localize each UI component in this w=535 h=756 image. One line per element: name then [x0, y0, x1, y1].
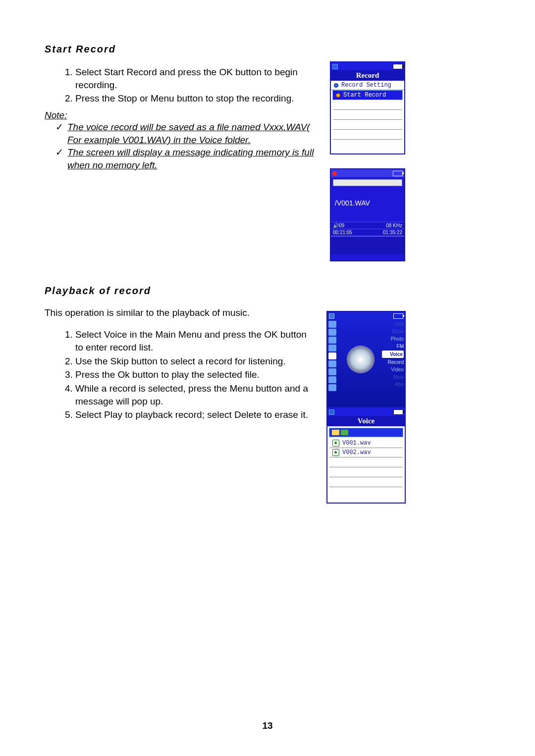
bottom-block — [331, 236, 404, 254]
back-icon — [341, 430, 348, 435]
menu-icon — [328, 345, 336, 352]
progress-bar — [333, 179, 402, 186]
record-title: Record — [331, 70, 404, 81]
figure-record-menu: Record Record Setting Start Record — [330, 61, 405, 154]
menu-label: FM — [382, 343, 404, 350]
blank-row — [333, 100, 402, 110]
stop-icon — [332, 64, 338, 69]
recording-filename: /V001.WAV — [331, 188, 404, 222]
bullet-icon — [336, 93, 340, 98]
browse-row — [329, 428, 403, 437]
blank-row — [333, 130, 402, 140]
pstep-2: Use the Skip button to select a record f… — [75, 355, 315, 368]
pstep-5: Select Play to playback record; select D… — [75, 408, 315, 421]
menu-label: Sett — [382, 320, 404, 328]
battery-icon — [393, 64, 403, 69]
playback-steps: Select Voice in the Main Menu and press … — [45, 328, 315, 421]
blank-row — [329, 467, 403, 477]
battery-icon — [393, 409, 403, 415]
menu-icon — [328, 337, 336, 344]
page-number: 13 — [0, 720, 535, 731]
file-name: V001.wav — [342, 440, 371, 447]
audio-file-icon — [332, 449, 339, 456]
start-record-heading: Start Record — [45, 44, 315, 55]
note-label: Note: — [45, 110, 315, 121]
menu-label: Musi — [382, 373, 404, 381]
menu-icon — [328, 360, 336, 367]
menu-label: Abo — [382, 381, 404, 388]
pstep-4: While a record is selected, press the Me… — [75, 382, 315, 407]
figure-recording-progress: /V001.WAV 🔊09 08 KHz 00:21:05 01:35:22 — [330, 168, 405, 261]
pstep-1: Select Voice in the Main Menu and press … — [75, 328, 315, 353]
menu-label: Record — [382, 358, 404, 366]
folder-icon — [332, 430, 339, 435]
blank-row — [333, 120, 402, 130]
note-list: The voice record will be saved as a file… — [45, 121, 315, 172]
menu-label: Start Record — [343, 92, 386, 99]
bullet-icon — [334, 83, 338, 88]
note-2: The screen will display a message indica… — [55, 146, 315, 171]
menu-item-record-setting: Record Setting — [331, 81, 404, 90]
menu-icon-column — [327, 320, 340, 399]
playback-heading: Playback of record — [45, 285, 315, 297]
blank-row — [329, 457, 403, 467]
playback-intro: This operation is similar to the playbac… — [45, 307, 315, 318]
note-1: The voice record will be saved as a file… — [55, 121, 315, 146]
menu-label-column: Sett Eboo Photo FM Voice Record Video Mu… — [381, 320, 405, 399]
record-icon — [332, 171, 337, 176]
step-2: Press the Stop or Menu button to stop th… — [75, 92, 315, 105]
blank-row — [329, 477, 403, 487]
figure-main-menu: Sett Eboo Photo FM Voice Record Video Mu… — [326, 311, 406, 407]
menu-icon — [328, 384, 336, 391]
voice-title: Voice — [327, 416, 405, 426]
menu-icon — [328, 321, 336, 328]
menu-icon — [328, 376, 336, 383]
menu-label: Video — [382, 366, 404, 373]
menu-label-voice: Voice — [382, 351, 404, 358]
menu-center — [340, 320, 381, 399]
file-row: V001.wav — [329, 439, 403, 448]
remaining-time: 01:35:22 — [383, 230, 402, 235]
menu-icon — [328, 329, 336, 336]
file-name: V002.wav — [342, 449, 371, 456]
stop-icon — [329, 313, 334, 319]
sample-rate: 08 KHz — [386, 223, 402, 228]
disc-icon — [347, 346, 374, 373]
blank-row — [333, 110, 402, 120]
battery-icon — [393, 313, 403, 319]
step-1: Select Start Record and press the OK but… — [75, 66, 315, 91]
pstep-3: Press the Ok button to play the selected… — [75, 368, 315, 381]
menu-label: Photo — [382, 335, 404, 343]
menu-label: Record Setting — [341, 82, 391, 89]
file-row: V002.wav — [329, 448, 403, 457]
audio-file-icon — [332, 440, 339, 447]
stop-icon — [329, 409, 334, 415]
menu-item-start-record: Start Record — [332, 90, 403, 100]
battery-icon — [393, 171, 403, 176]
elapsed-time: 00:21:05 — [333, 230, 352, 235]
volume-indicator: 🔊09 — [333, 223, 344, 228]
menu-icon-voice — [328, 353, 336, 359]
menu-icon — [328, 368, 336, 375]
figure-voice-list: Voice V001.wav V002.wav — [326, 407, 406, 504]
menu-label: Eboo — [382, 328, 404, 335]
start-record-steps: Select Start Record and press the OK but… — [45, 66, 315, 105]
